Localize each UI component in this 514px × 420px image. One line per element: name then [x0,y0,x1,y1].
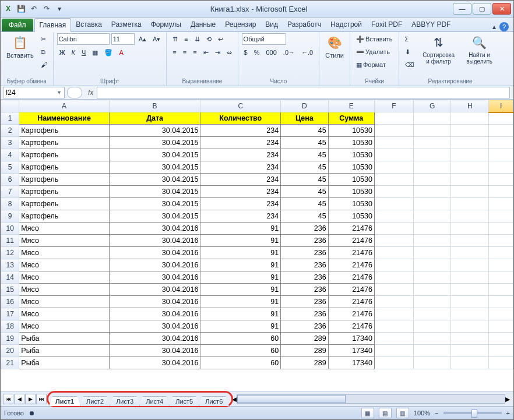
hscroll-right-icon[interactable]: ▶ [505,396,510,403]
cell[interactable]: 30.04.2016 [109,247,200,259]
cell[interactable] [489,235,513,247]
cell[interactable]: 30.04.2016 [109,333,200,345]
cell[interactable]: 289 [281,345,328,357]
help-icon[interactable]: ? [499,22,509,31]
cell[interactable]: 45 [281,149,328,161]
cell[interactable] [489,345,513,357]
cell[interactable] [489,320,513,333]
row-header[interactable]: 14 [1,271,19,284]
cell[interactable]: 30.04.2016 [109,345,200,357]
cell[interactable]: Мясо [19,247,110,259]
ribbon-tab-abbyy pdf[interactable]: ABBYY PDF [407,18,455,31]
row-header[interactable]: 2 [1,125,19,137]
format-painter-icon[interactable]: 🖌 [38,59,50,70]
cell[interactable]: 45 [281,174,328,186]
cell[interactable]: 236 [281,259,328,271]
cell[interactable]: 21476 [328,235,374,247]
shrink-font-icon[interactable]: A▾ [150,33,163,45]
cell[interactable] [413,235,451,247]
zoom-slider[interactable] [443,412,502,414]
cell[interactable]: 30.04.2015 [109,210,200,223]
redo-icon[interactable]: ↷ [41,3,52,14]
cell[interactable]: 21476 [328,259,374,271]
sheet-last-icon[interactable]: ⏭ [36,394,47,404]
cell[interactable] [451,198,489,210]
cell[interactable] [374,198,413,210]
cell[interactable]: 30.04.2016 [109,308,200,320]
cell[interactable]: 30.04.2016 [109,284,200,296]
ribbon-tab-разработч[interactable]: Разработч [283,18,326,31]
cell[interactable] [374,320,413,333]
ribbon-tab-формулы[interactable]: Формулы [146,18,186,31]
cell[interactable] [374,333,413,345]
cell[interactable]: 10530 [328,210,374,223]
cell[interactable] [413,333,451,345]
qat-dropdown-icon[interactable]: ▾ [54,3,65,14]
cell[interactable]: 30.04.2015 [109,186,200,198]
cell[interactable]: 91 [200,259,281,271]
cell[interactable] [489,149,513,161]
cell[interactable] [451,149,489,161]
cell[interactable]: Мясо [19,308,110,320]
cell[interactable]: 21476 [328,271,374,284]
cell[interactable] [451,161,489,174]
column-header-E[interactable]: E [328,100,374,112]
row-header[interactable]: 10 [1,223,19,235]
sheet-tab-лист6[interactable]: Лист6 [199,396,229,406]
paste-button[interactable]: 📋 Вставить [4,33,36,60]
column-header-D[interactable]: D [281,100,328,112]
excel-icon[interactable]: X [3,3,13,14]
cell[interactable] [451,333,489,345]
row-header[interactable]: 11 [1,235,19,247]
cell[interactable]: 60 [200,357,281,369]
fx-cancel-icon[interactable] [67,87,82,98]
orientation-icon[interactable]: ⟲ [204,33,214,45]
grow-font-icon[interactable]: A▴ [136,33,149,45]
cell[interactable] [413,345,451,357]
cell[interactable] [489,247,513,259]
cell[interactable] [413,161,451,174]
font-size-combo[interactable]: 11 [111,33,135,45]
fill-icon[interactable]: ⬇ [403,46,417,58]
cell[interactable]: 60 [200,333,281,345]
cell[interactable]: 30.04.2015 [109,125,200,137]
row-header[interactable]: 16 [1,296,19,308]
cut-icon[interactable]: ✂ [38,33,50,45]
cell[interactable]: 10530 [328,161,374,174]
cell[interactable] [489,308,513,320]
ribbon-tab-данные[interactable]: Данные [186,18,220,31]
currency-icon[interactable]: $ [242,47,250,58]
cell[interactable]: 30.04.2015 [109,174,200,186]
column-header-A[interactable]: A [19,100,110,112]
cell[interactable] [489,333,513,345]
align-top-icon[interactable]: ⇈ [170,33,180,45]
cell[interactable]: 91 [200,296,281,308]
cell[interactable]: 21476 [328,247,374,259]
cell[interactable]: Мясо [19,259,110,271]
sheet-tab-лист3[interactable]: Лист3 [110,396,140,406]
cell[interactable] [413,357,451,369]
name-box[interactable]: I24 ▼ [3,87,65,98]
font-name-combo[interactable]: Calibri [57,33,110,45]
close-button[interactable]: ✕ [492,3,511,15]
cell[interactable]: Мясо [19,223,110,235]
cell[interactable] [374,161,413,174]
cell[interactable]: 45 [281,137,328,149]
header-cell[interactable]: Сумма [328,112,374,125]
cell[interactable]: 30.04.2016 [109,320,200,333]
cell[interactable] [413,296,451,308]
find-select-button[interactable]: 🔍 Найти и выделить [461,33,498,66]
cell[interactable] [451,284,489,296]
cell[interactable]: 30.04.2016 [109,271,200,284]
cell[interactable] [489,271,513,284]
select-all-corner[interactable] [1,100,19,112]
row-header[interactable]: 1 [1,112,19,125]
cell[interactable] [413,259,451,271]
cell[interactable] [489,198,513,210]
cell[interactable]: 236 [281,308,328,320]
cell[interactable]: Мясо [19,296,110,308]
cell[interactable] [451,235,489,247]
view-pagebreak-icon[interactable]: ▥ [396,408,409,418]
cell[interactable]: Рыба [19,345,110,357]
cell[interactable]: 45 [281,161,328,174]
